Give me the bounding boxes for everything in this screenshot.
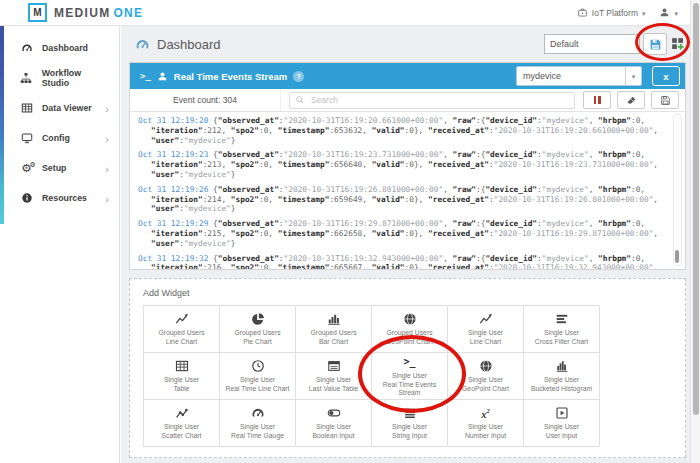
widget-grouped-users-pie-chart[interactable]: Grouped Users Pie Chart — [220, 306, 295, 352]
widget-type-label: User Input — [546, 432, 577, 441]
event-count-label: Event count: — [173, 95, 220, 105]
widget-scope-label: Single User — [316, 376, 351, 385]
widget-single-user-real-time-gauge[interactable]: Single User Real Time Gauge — [220, 400, 295, 446]
caret-down-icon: ▾ — [642, 8, 646, 18]
widget-single-user-geopoint-chart[interactable]: Single User GeoPoint Chart — [448, 353, 523, 399]
widget-single-user-scatter-chart[interactable]: Single User Scatter Chart — [144, 400, 219, 446]
widget-grouped-users-line-chart[interactable]: Grouped Users Line Chart — [144, 306, 219, 352]
sidebar-item-label: Config — [42, 133, 70, 143]
logo-letter: M — [33, 7, 41, 18]
widget-type-label: Cross Filter Chart — [535, 338, 588, 347]
page-title: Dashboard — [135, 37, 221, 52]
log-entry: Oct 31 12:19:32 {"observed_at":"2020-10-… — [138, 254, 661, 269]
export-stream-button[interactable] — [651, 91, 679, 109]
info-icon — [20, 192, 33, 205]
log-entry: Oct 31 12:19:26 {"observed_at":"2020-10-… — [138, 185, 661, 214]
widget-type-label: String Input — [392, 432, 427, 441]
widget-scope-label: Single User — [544, 376, 579, 385]
lines-icon — [403, 405, 417, 420]
gauge-icon — [135, 37, 150, 52]
caret-down-icon: ▾ — [632, 71, 636, 81]
widget-single-user-bucketed-histogram[interactable]: Single User Bucketed Histogram — [524, 353, 599, 399]
add-dashboard-widget-button[interactable] — [670, 35, 686, 53]
gauge-icon — [20, 42, 33, 55]
search-input[interactable] — [309, 94, 569, 106]
sidebar-item-setup[interactable]: ⚙⚙ Setup › — [0, 153, 119, 183]
widget-type-label: GeoPoint Chart — [462, 385, 509, 394]
widget-single-user-number-input[interactable]: x2 Single User Number Input — [448, 400, 523, 446]
widget-scope-label: Single User — [164, 376, 199, 385]
widget-single-user-cross-filter-chart[interactable]: Single User Cross Filter Chart — [524, 306, 599, 352]
close-widget-button[interactable]: x — [652, 66, 680, 86]
log-scrollbar[interactable] — [673, 114, 682, 266]
help-icon[interactable]: ? — [293, 71, 304, 82]
widget-scope-label: Single User — [544, 423, 579, 432]
add-widget-section: Add Widget Grouped Users Line Chart Grou… — [129, 278, 686, 458]
page-scrollbar-thumb[interactable] — [693, 3, 699, 415]
log-entry: Oct 31 12:19:20 {"observed_at":"2020-10-… — [138, 116, 661, 145]
add-plus-icon — [671, 37, 685, 51]
widget-single-user-real-time-line-chart[interactable]: Single User Real Time Line Chart — [220, 353, 295, 399]
chevron-right-icon: › — [105, 189, 109, 207]
widget-single-user-string-input[interactable]: Single User String Input — [372, 400, 447, 446]
event-timestamp: Oct 31 12:19:23 — [138, 150, 208, 159]
user-icon — [157, 71, 168, 82]
widget-single-user-line-chart[interactable]: Single User Line Chart — [448, 306, 523, 352]
event-timestamp: Oct 31 12:19:32 — [138, 254, 208, 263]
event-count-value: 304 — [223, 95, 237, 105]
clear-stream-button[interactable] — [617, 91, 645, 109]
caret-down-icon: ▾ — [625, 67, 641, 85]
widget-type-label: Bar Chart — [319, 338, 348, 347]
widget-single-user-table[interactable]: Single User Table — [144, 353, 219, 399]
widget-type-label: Bucketed Histogram — [531, 385, 592, 394]
sidebar-item-label: Data Viewer — [42, 103, 92, 113]
log-scrollbar-thumb[interactable] — [675, 250, 679, 263]
widget-single-user-real-time-events-stream[interactable]: >_ Single User Real Time Events Stream — [372, 353, 447, 399]
pause-stream-button[interactable] — [583, 91, 611, 109]
widget-single-user-user-input[interactable]: Single User User Input — [524, 400, 599, 446]
table-icon — [175, 358, 189, 373]
stream-widget-title: Real Time Events Stream — [174, 71, 287, 82]
save-icon — [649, 38, 662, 51]
device-select[interactable]: mydevice ▾ — [516, 66, 642, 86]
sidebar-item-config[interactable]: Config › — [0, 123, 119, 153]
widget-scope-label: Grouped Users — [158, 329, 204, 338]
widget-scope-label: Single User — [392, 372, 427, 381]
sidebar-item-workflow-studio[interactable]: Workflow Studio — [0, 63, 119, 93]
sidebar-item-resources[interactable]: Resources › — [0, 183, 119, 213]
platform-menu[interactable]: IoT Platform ▾ — [577, 7, 646, 18]
save-dashboard-button[interactable] — [643, 33, 667, 55]
gauge-icon — [251, 405, 265, 420]
medium-one-logo[interactable]: M — [28, 3, 47, 22]
sidebar-item-dashboard[interactable]: Dashboard — [0, 33, 119, 63]
log-entry: Oct 31 12:19:29 {"observed_at":"2020-10-… — [138, 219, 661, 248]
sidebar-item-data-viewer[interactable]: Data Viewer › — [0, 93, 119, 123]
stream-widget-header[interactable]: >_ Real Time Events Stream ? mydevice ▾ … — [130, 63, 685, 89]
page-scrollbar[interactable] — [690, 0, 700, 463]
widget-type-label: Boolean Input — [313, 432, 355, 441]
widget-single-user-boolean-input[interactable]: Single User Boolean Input — [296, 400, 371, 446]
widget-scope-label: Single User — [392, 423, 427, 432]
widget-single-user-last-value-table[interactable]: Single User Last Value Table — [296, 353, 371, 399]
dashboard-name-input[interactable] — [544, 34, 640, 54]
widget-scope-label: Grouped Users — [234, 329, 280, 338]
widget-grouped-users-bar-chart[interactable]: Grouped Users Bar Chart — [296, 306, 371, 352]
play-box-icon — [555, 405, 569, 420]
chevron-right-icon: › — [105, 129, 109, 147]
widget-type-label: Real Time Line Chart — [226, 385, 290, 394]
sitemap-icon — [20, 72, 33, 85]
events-log: Oct 31 12:19:20 {"observed_at":"2020-10-… — [130, 112, 685, 269]
widget-grouped-users-geopoint-chart[interactable]: Grouped Users GeoPoint Chart — [372, 306, 447, 352]
user-menu[interactable]: ▾ — [659, 7, 678, 18]
log-entry: Oct 31 12:19:23 {"observed_at":"2020-10-… — [138, 150, 661, 179]
sidebar-navigation: Dashboard Workflow Studio Data Viewer › … — [0, 26, 120, 463]
widget-scope-label: Single User — [468, 376, 503, 385]
top-navigation-bar: M MEDIUMONE IoT Platform ▾ ▾ — [0, 0, 690, 26]
event-timestamp: Oct 31 12:19:20 — [138, 116, 208, 125]
user-icon — [659, 7, 670, 18]
save-outline-icon — [660, 95, 671, 106]
search-box — [289, 92, 575, 109]
widget-type-label: Real Time Events Stream — [372, 381, 447, 399]
sidebar-item-label: Dashboard — [42, 43, 88, 53]
widget-grid: Grouped Users Line Chart Grouped Users P… — [143, 305, 600, 447]
